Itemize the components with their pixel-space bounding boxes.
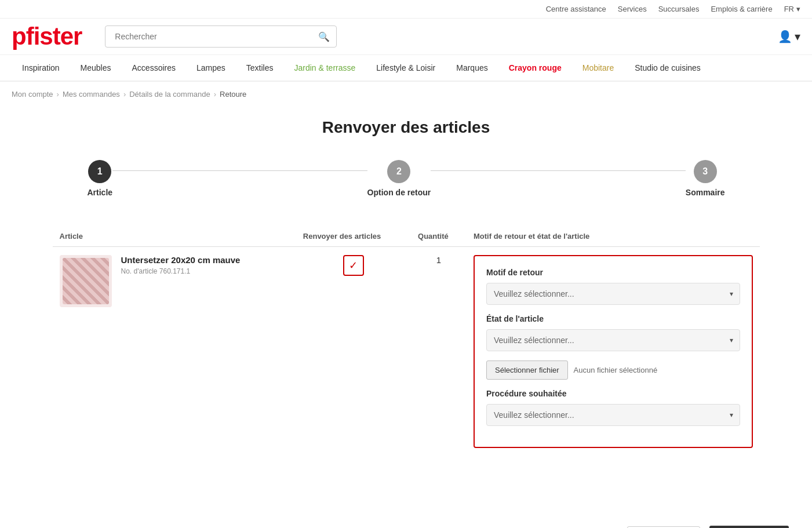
procedure-select-wrapper: Veuillez sélectionner... ▾ (486, 404, 740, 426)
motif-label: Motif de retour (486, 268, 740, 277)
quantity-cell: 1 (411, 247, 467, 457)
emplois-link[interactable]: Emplois & carrière (711, 5, 772, 13)
stepper-inner: 1 Article 2 Option de retour 3 Sommaire (88, 160, 725, 197)
product-name: Untersetzer 20x20 cm mauve (121, 255, 241, 265)
return-form-cell: Motif de retour Veuillez sélectionner...… (467, 247, 759, 457)
product-cell: Untersetzer 20x20 cm mauve No. d'article… (53, 247, 296, 457)
quantity-value: 1 (436, 255, 441, 265)
step-line-2 (431, 170, 686, 171)
nav-item-lifestyle[interactable]: Lifestyle & Loisir (366, 55, 446, 81)
checkbox-cell: ✓ (296, 247, 411, 457)
page-content: Renvoyer des articles 1 Article 2 Option… (30, 107, 783, 491)
nav-item-accessoires[interactable]: Accessoires (122, 55, 186, 81)
table-row: Untersetzer 20x20 cm mauve No. d'article… (53, 247, 760, 457)
step-1-label: Article (88, 188, 113, 197)
nav-item-lampes[interactable]: Lampes (186, 55, 236, 81)
etat-select[interactable]: Veuillez sélectionner... (486, 329, 740, 351)
breadcrumb-sep-3: › (214, 90, 216, 99)
search-input[interactable] (105, 26, 337, 48)
nav-item-marques[interactable]: Marques (446, 55, 498, 81)
header-right: 👤 ▾ (778, 30, 800, 43)
breadcrumb: Mon compte › Mes commandes › Détails de … (0, 82, 812, 107)
nav-item-jardin[interactable]: Jardin & terrasse (283, 55, 366, 81)
nav-item-mobitare[interactable]: Mobitare (572, 55, 624, 81)
step-line-1 (112, 170, 367, 171)
step-2-circle: 2 (387, 160, 410, 183)
product-ref: No. d'article 760.171.1 (121, 267, 241, 275)
page-title: Renvoyer des articles (53, 118, 760, 137)
return-table: Article Renvoyer des articles Quantité M… (53, 226, 760, 456)
lang-arrow-icon: ▾ (796, 5, 800, 13)
file-upload-row: Sélectionner fichier Aucun fichier sélec… (486, 361, 740, 380)
product-info: Untersetzer 20x20 cm mauve No. d'article… (60, 255, 289, 307)
lang-selector[interactable]: FR ▾ (784, 5, 800, 13)
step-1-circle: 1 (88, 160, 111, 183)
col-motif: Motif de retour et état de l'article (467, 226, 759, 247)
select-article-checkbox[interactable]: ✓ (343, 255, 364, 276)
col-renvoyer: Renvoyer des articles (296, 226, 411, 247)
product-details: Untersetzer 20x20 cm mauve No. d'article… (121, 255, 241, 275)
file-select-button[interactable]: Sélectionner fichier (486, 361, 568, 380)
succursales-link[interactable]: Succursales (658, 5, 700, 13)
table-header-row: Article Renvoyer des articles Quantité M… (53, 226, 760, 247)
account-icon[interactable]: 👤 ▾ (778, 30, 800, 43)
search-bar: 🔍 (105, 26, 337, 48)
step-3: 3 Sommaire (686, 160, 725, 197)
utility-bar: Centre assistance Services Succursales E… (0, 0, 812, 19)
step-1: 1 Article (88, 160, 113, 197)
return-form-panel: Motif de retour Veuillez sélectionner...… (474, 255, 752, 448)
next-button[interactable]: Poursuivre (709, 526, 789, 528)
nav-item-textiles[interactable]: Textiles (236, 55, 284, 81)
account-user-icon: 👤 (778, 30, 792, 43)
breadcrumb-details-commande[interactable]: Détails de la commande (129, 90, 210, 99)
breadcrumb-mes-commandes[interactable]: Mes commandes (63, 90, 120, 99)
breadcrumb-sep-1: › (57, 90, 59, 99)
centre-assistance-link[interactable]: Centre assistance (546, 5, 606, 13)
step-2: 2 Option de retour (367, 160, 431, 197)
etat-label: État de l'article (486, 314, 740, 323)
nav-item-meubles[interactable]: Meubles (70, 55, 122, 81)
lang-label: FR (784, 5, 794, 13)
nav-item-studio[interactable]: Studio de cuisines (624, 55, 711, 81)
motif-select-wrapper: Veuillez sélectionner... ▾ (486, 283, 740, 305)
step-1-number: 1 (97, 166, 103, 177)
product-image (60, 255, 112, 307)
file-none-label: Aucun fichier sélectionné (574, 366, 658, 374)
breadcrumb-mon-compte[interactable]: Mon compte (12, 90, 53, 99)
col-quantite: Quantité (411, 226, 467, 247)
nav-item-inspiration[interactable]: Inspiration (12, 55, 70, 81)
table-head: Article Renvoyer des articles Quantité M… (53, 226, 760, 247)
account-arrow-icon: ▾ (795, 30, 800, 43)
col-article: Article (53, 226, 296, 247)
logo[interactable]: pfister (12, 24, 82, 49)
product-image-placeholder (63, 258, 109, 304)
search-icon[interactable]: 🔍 (318, 31, 330, 42)
step-3-number: 3 (702, 166, 708, 177)
etat-select-wrapper: Veuillez sélectionner... ▾ (486, 329, 740, 351)
procedure-label: Procédure souhaitée (486, 389, 740, 398)
step-3-circle: 3 (694, 160, 717, 183)
procedure-select[interactable]: Veuillez sélectionner... (486, 404, 740, 426)
breadcrumb-sep-2: › (123, 90, 126, 99)
main-nav: Inspiration Meubles Accessoires Lampes T… (0, 55, 812, 82)
breadcrumb-current: Retoure (220, 90, 246, 99)
header: pfister 🔍 👤 ▾ (0, 19, 812, 55)
step-2-number: 2 (396, 166, 402, 177)
step-3-label: Sommaire (686, 188, 725, 197)
nav-item-crayon-rouge[interactable]: Crayon rouge (498, 55, 572, 81)
motif-select[interactable]: Veuillez sélectionner... (486, 283, 740, 305)
table-body: Untersetzer 20x20 cm mauve No. d'article… (53, 247, 760, 457)
stepper: 1 Article 2 Option de retour 3 Sommaire (53, 160, 760, 197)
step-2-label: Option de retour (367, 188, 431, 197)
services-link[interactable]: Services (618, 5, 647, 13)
footer-actions: Précédent Poursuivre (0, 514, 812, 528)
